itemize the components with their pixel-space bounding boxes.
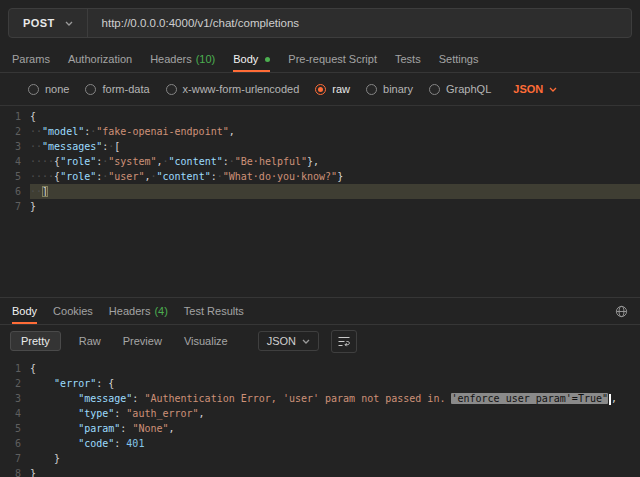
response-toolbar: PrettyRawPreviewVisualize JSON <box>0 325 640 357</box>
response-body-editor[interactable]: 1{2 "error": {3 "message": "Authenticati… <box>0 357 640 477</box>
view-visualize[interactable]: Visualize <box>180 331 232 351</box>
globe-icon[interactable] <box>615 298 628 324</box>
request-tab-params[interactable]: Params <box>12 46 50 72</box>
code-token: "Be·helpful" <box>235 156 307 167</box>
code-token: "Authentication Error, 'user' param not … <box>144 393 451 404</box>
code-line: 5 "param": "None", <box>0 421 640 436</box>
code-token: 401 <box>126 438 144 449</box>
body-mode-x-www-form-urlencoded[interactable]: x-www-form-urlencoded <box>166 83 300 95</box>
request-tab-settings[interactable]: Settings <box>439 46 479 72</box>
code-text: } <box>30 451 640 466</box>
line-number: 6 <box>0 436 30 451</box>
code-line: 2··"model":·"fake-openai-endpoint", <box>0 124 640 139</box>
code-token: : { <box>96 378 114 389</box>
code-line: 7 } <box>0 451 640 466</box>
code-token: "role" <box>60 171 96 182</box>
code-token: "user" <box>108 171 144 182</box>
body-mode-form-data[interactable]: form-data <box>85 83 149 95</box>
body-mode-label: x-www-form-urlencoded <box>183 83 300 95</box>
url-input[interactable]: http://0.0.0.0:4000/v1/chat/completions <box>88 9 314 37</box>
tab-label: Authorization <box>68 53 132 65</box>
tab-label: Test Results <box>184 305 244 317</box>
body-mode-raw[interactable]: raw <box>315 83 350 95</box>
code-line: 3 "message": "Authentication Error, 'use… <box>0 391 640 406</box>
request-tabs: ParamsAuthorizationHeaders(10)BodyPre-re… <box>0 46 640 73</box>
code-token: } <box>54 453 60 464</box>
code-token: ···· <box>30 171 54 182</box>
request-body-editor[interactable]: 1{2··"model":·"fake-openai-endpoint",3··… <box>0 105 640 297</box>
code-line: 3··"messages":·[ <box>0 139 640 154</box>
radio-icon <box>28 84 39 95</box>
view-raw[interactable]: Raw <box>75 331 105 351</box>
code-token: ·· <box>30 186 42 197</box>
request-tab-tests[interactable]: Tests <box>395 46 421 72</box>
code-token: } <box>30 468 36 477</box>
request-url-bar: POST http://0.0.0.0:4000/v1/chat/complet… <box>0 0 640 46</box>
body-mode-binary[interactable]: binary <box>366 83 413 95</box>
radio-icon <box>315 84 326 95</box>
code-text: } <box>30 466 640 477</box>
method-select[interactable]: POST <box>9 9 88 37</box>
body-mode-label: binary <box>383 83 413 95</box>
code-text: { <box>30 109 640 124</box>
code-token: "content" <box>157 171 211 182</box>
body-mode-graphql[interactable]: GraphQL <box>429 83 491 95</box>
chevron-down-icon <box>549 87 557 92</box>
response-tab-headers[interactable]: Headers(4) <box>109 298 168 324</box>
code-token <box>30 453 54 464</box>
body-mode-label: none <box>45 83 69 95</box>
radio-icon <box>85 84 96 95</box>
response-language-select[interactable]: JSON <box>258 331 319 351</box>
code-token: }, <box>307 156 319 167</box>
request-tab-headers[interactable]: Headers(10) <box>150 46 215 72</box>
line-number: 7 <box>0 199 30 214</box>
body-mode-label: raw <box>332 83 350 95</box>
url-text: http://0.0.0.0:4000/v1/chat/completions <box>102 17 300 29</box>
response-tab-test-results[interactable]: Test Results <box>184 298 244 324</box>
chevron-down-icon <box>65 21 73 26</box>
raw-language-label: JSON <box>513 83 543 95</box>
tab-label: Body <box>233 53 258 65</box>
code-token: "param" <box>78 423 120 434</box>
raw-language-select[interactable]: JSON <box>513 83 557 95</box>
code-token: "role" <box>60 156 96 167</box>
line-number: 5 <box>0 421 30 436</box>
code-text: ··] <box>30 184 640 199</box>
radio-icon <box>166 84 177 95</box>
url-control: POST http://0.0.0.0:4000/v1/chat/complet… <box>8 8 632 38</box>
response-tab-body[interactable]: Body <box>12 298 37 324</box>
tab-count: (10) <box>196 53 216 65</box>
request-tab-authorization[interactable]: Authorization <box>68 46 132 72</box>
code-token: , <box>229 126 235 137</box>
request-tab-pre-request-script[interactable]: Pre-request Script <box>288 46 377 72</box>
code-text: "type": "auth_error", <box>30 406 640 421</box>
request-tab-body[interactable]: Body <box>233 46 270 72</box>
code-token: { <box>30 111 36 122</box>
chevron-down-icon <box>302 339 310 344</box>
code-token: } <box>30 201 36 212</box>
code-text: ··"messages":·[ <box>30 139 640 154</box>
line-number: 5 <box>0 169 30 184</box>
wrap-lines-icon[interactable] <box>331 330 357 353</box>
code-line: 6··] <box>0 184 640 199</box>
api-client-window: POST http://0.0.0.0:4000/v1/chat/complet… <box>0 0 640 477</box>
code-text: { <box>30 361 640 376</box>
tab-label: Tests <box>395 53 421 65</box>
code-token: } <box>337 171 343 182</box>
code-line: 6 "code": 401 <box>0 436 640 451</box>
code-line: 8} <box>0 466 640 477</box>
response-tab-cookies[interactable]: Cookies <box>53 298 93 324</box>
view-preview[interactable]: Preview <box>119 331 166 351</box>
code-token: ·· <box>30 141 42 152</box>
code-token: 'enforce_user_param'=True" <box>451 393 608 404</box>
response-view-switch: PrettyRawPreviewVisualize <box>10 331 232 351</box>
code-token: : <box>120 423 132 434</box>
code-text: "message": "Authentication Error, 'user'… <box>30 391 640 406</box>
code-token: { <box>30 363 36 374</box>
tab-label: Pre-request Script <box>288 53 377 65</box>
view-pretty[interactable]: Pretty <box>10 331 61 351</box>
radio-icon <box>429 84 440 95</box>
code-line: 1{ <box>0 109 640 124</box>
body-mode-none[interactable]: none <box>28 83 69 95</box>
line-number: 2 <box>0 376 30 391</box>
